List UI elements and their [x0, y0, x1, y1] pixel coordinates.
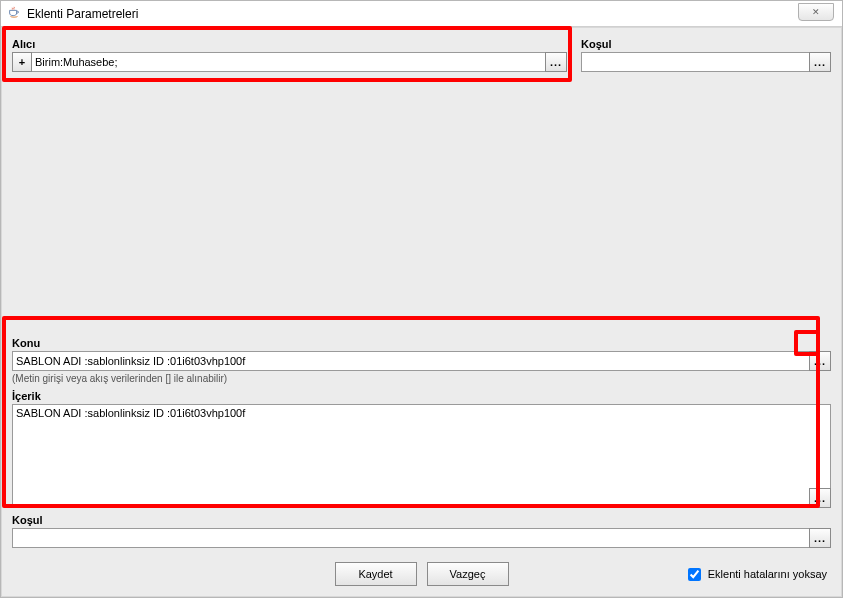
- ignore-errors-checkbox[interactable]: [688, 568, 701, 581]
- window-title: Eklenti Parametreleri: [27, 7, 138, 21]
- konu-label: Konu: [12, 337, 831, 349]
- konu-browse-button[interactable]: ...: [809, 351, 831, 371]
- kosul-bottom-label: Koşul: [12, 514, 831, 526]
- dots-icon: ...: [814, 56, 826, 68]
- java-icon: [7, 6, 21, 22]
- icerik-browse-button[interactable]: ...: [809, 488, 831, 508]
- button-bar: Kaydet Vazgeç Eklenti hatalarını yoksay: [12, 562, 831, 586]
- konu-hint: (Metin girişi veya akış verilerinden [] …: [12, 373, 831, 384]
- save-button[interactable]: Kaydet: [335, 562, 417, 586]
- cancel-button[interactable]: Vazgeç: [427, 562, 509, 586]
- alici-add-button[interactable]: +: [12, 52, 32, 72]
- kosul-top-browse-button[interactable]: ...: [809, 52, 831, 72]
- icerik-wrap: ...: [12, 404, 831, 508]
- kosul-bottom-browse-button[interactable]: ...: [809, 528, 831, 548]
- alici-label: Alıcı: [12, 38, 567, 50]
- spacer: [12, 72, 831, 337]
- konu-fieldrow: ...: [12, 351, 831, 371]
- ignore-errors-label: Eklenti hatalarını yoksay: [708, 568, 827, 580]
- dots-icon: ...: [814, 355, 826, 367]
- window-close-button[interactable]: ✕: [798, 3, 834, 21]
- kosul-top-group: Koşul ...: [581, 38, 831, 72]
- kosul-bottom-fieldrow: ...: [12, 528, 831, 548]
- konu-group: Konu ... (Metin girişi veya akış veriler…: [12, 337, 831, 384]
- dots-icon: ...: [814, 532, 826, 544]
- title-bar: Eklenti Parametreleri ✕: [1, 1, 842, 27]
- kosul-top-fieldrow: ...: [581, 52, 831, 72]
- icerik-label: İçerik: [12, 390, 831, 402]
- icerik-textarea[interactable]: [12, 404, 831, 506]
- konu-input[interactable]: [12, 351, 809, 371]
- alici-fieldrow: + ...: [12, 52, 567, 72]
- bottom-section: Konu ... (Metin girişi veya akış veriler…: [12, 337, 831, 586]
- alici-group: Alıcı + ...: [12, 38, 567, 72]
- alici-browse-button[interactable]: ...: [545, 52, 567, 72]
- dots-icon: ...: [814, 492, 826, 504]
- ignore-errors-wrap[interactable]: Eklenti hatalarını yoksay: [684, 565, 827, 584]
- kosul-top-input[interactable]: [581, 52, 809, 72]
- kosul-bottom-group: Koşul ...: [12, 514, 831, 548]
- alici-input[interactable]: [32, 52, 545, 72]
- kosul-bottom-input[interactable]: [12, 528, 809, 548]
- close-icon: ✕: [812, 7, 820, 17]
- content-pane: Alıcı + ... Koşul ...: [1, 27, 842, 597]
- dots-icon: ...: [550, 56, 562, 68]
- top-row: Alıcı + ... Koşul ...: [12, 38, 831, 72]
- plus-icon: +: [19, 56, 25, 68]
- window-frame: Eklenti Parametreleri ✕ Alıcı + ...: [0, 0, 843, 598]
- icerik-group: İçerik ...: [12, 390, 831, 508]
- kosul-top-label: Koşul: [581, 38, 831, 50]
